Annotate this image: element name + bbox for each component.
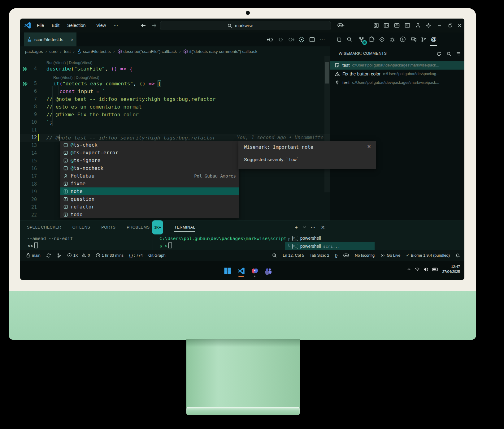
panel-left-icon[interactable]: [382, 21, 391, 30]
minimap[interactable]: [324, 56, 330, 192]
panel-close-icon[interactable]: ✕: [319, 224, 327, 231]
vscode-taskbar-icon[interactable]: [237, 266, 246, 276]
nav-back-icon[interactable]: [139, 21, 148, 30]
current-change-icon[interactable]: [277, 36, 285, 44]
suggest-item-ts-nocheck[interactable]: @ts-nocheck: [60, 164, 239, 172]
teams-icon[interactable]: [264, 266, 273, 276]
tab-scanfile-test[interactable]: scanFile.test.ts ×: [24, 32, 76, 46]
breadcrumb-test[interactable]: test: [64, 49, 71, 54]
suggest-item-question[interactable]: question: [60, 195, 239, 203]
braces-status[interactable]: {}: [335, 253, 338, 258]
breadcrumb-core[interactable]: core: [49, 49, 57, 54]
volume-icon[interactable]: [424, 267, 428, 272]
search-icon[interactable]: [445, 50, 453, 57]
tray-chevron-up-icon[interactable]: [407, 268, 411, 271]
comments-icon[interactable]: [409, 35, 418, 44]
comment-row-note-test[interactable]: test c:\Users\pol.gubau\dev\packages\mar…: [330, 61, 464, 70]
minimize-icon[interactable]: [434, 19, 445, 32]
taskbar-clock[interactable]: 12:47 27/04/2025: [442, 264, 460, 274]
menu-edit[interactable]: Edit: [49, 19, 63, 32]
source-control-pending-icon[interactable]: [357, 35, 366, 44]
prev-change-icon[interactable]: [266, 36, 274, 44]
tab-close-icon[interactable]: ×: [71, 37, 73, 42]
time-tracked-status[interactable]: 1 hr 33 mins: [96, 253, 124, 258]
search-icon[interactable]: [345, 35, 354, 44]
menu-selection[interactable]: Selection: [64, 19, 89, 32]
cursor-position-status[interactable]: Ln 12, Col 5: [283, 253, 304, 258]
restore-icon[interactable]: [445, 19, 455, 32]
editor-more-icon[interactable]: ⋯: [318, 36, 326, 44]
terminal-split-divider[interactable]: [153, 234, 153, 250]
gitlens-icon[interactable]: [57, 253, 62, 258]
symbols-count-status[interactable]: {.} : 774: [129, 253, 143, 258]
suggest-item-refactor[interactable]: refactor: [60, 203, 239, 211]
mention-icon[interactable]: @: [429, 35, 438, 44]
terminal[interactable]: --amend --no-edit >> C:\Users\pol.gubau\…: [20, 234, 464, 250]
suggest-item-note-selected[interactable]: note: [60, 187, 239, 195]
zoom-status-icon[interactable]: [272, 253, 277, 258]
comment-row-fixme[interactable]: Fix the button color c:\Users\pol.gubau\…: [330, 70, 464, 78]
copy-icon[interactable]: [334, 35, 344, 44]
split-editor-icon[interactable]: [308, 36, 316, 44]
extensions-icon[interactable]: [367, 35, 376, 44]
panel-right-icon[interactable]: [403, 21, 412, 30]
notifications-bell-icon[interactable]: [455, 253, 460, 258]
suggest-item-polgubau[interactable]: PolGubau Pol Gubau Amores: [60, 172, 239, 180]
tab-size-status[interactable]: Tab Size: 2: [310, 253, 329, 258]
code-editor[interactable]: 4 5 6 7 8 9 10 11 12 13 14 15 16 17 18 1…: [20, 56, 330, 221]
problems-status[interactable]: 1K 0: [67, 253, 90, 258]
battery-icon[interactable]: [432, 268, 438, 271]
list-view-icon[interactable]: [455, 50, 462, 57]
git-branch-icon[interactable]: [419, 35, 428, 44]
settings-gear-icon[interactable]: [424, 21, 433, 30]
lightning-icon[interactable]: [398, 35, 407, 44]
search-input[interactable]: [234, 23, 263, 28]
sync-icon[interactable]: [46, 253, 51, 258]
panel-bottom-icon[interactable]: [392, 21, 402, 30]
suggest-item-ts-expect-error[interactable]: @ts-expect-error: [60, 149, 239, 157]
run-tests-icon[interactable]: [298, 36, 306, 44]
taskbar-app-icon[interactable]: [250, 266, 259, 276]
panel-tab-gitlens[interactable]: GITLENS: [72, 221, 90, 234]
panel-tab-spell-checker[interactable]: SPELL CHECKER: [27, 221, 61, 234]
copilot-icon[interactable]: [334, 21, 348, 30]
tsconfig-status[interactable]: No tsconfig: [355, 253, 375, 258]
suggest-item-todo[interactable]: todo: [60, 211, 239, 218]
run-diamond-icon[interactable]: [377, 35, 386, 44]
hover-close-icon[interactable]: ✕: [366, 143, 372, 150]
next-change-icon[interactable]: [287, 36, 295, 44]
chevron-down-icon[interactable]: [301, 224, 308, 231]
suggest-item-fixme[interactable]: fixme: [60, 180, 239, 187]
breadcrumb-describe[interactable]: describe("scanFile") callback: [117, 49, 177, 54]
suggest-item-ts-ignore[interactable]: @ts-ignore: [60, 157, 239, 164]
terminal-tab-powershell-2[interactable]: └ >_ powershell scri...: [285, 242, 375, 250]
go-live-status[interactable]: Go Live: [380, 253, 400, 258]
suggest-item-ts-check[interactable]: @ts-check: [60, 141, 239, 149]
git-graph-status[interactable]: Git Graph: [148, 253, 165, 258]
panel-more-icon[interactable]: ⋯: [309, 224, 317, 231]
comment-row-idea-test[interactable]: test c:\Users\pol.gubau\dev\packages\mar…: [330, 78, 464, 87]
breadcrumb-file[interactable]: scanFile.test.ts: [77, 49, 111, 54]
command-search-box[interactable]: [160, 21, 331, 30]
close-icon[interactable]: [454, 19, 464, 32]
panel-tab-ports[interactable]: PORTS: [101, 221, 115, 234]
panel-tab-terminal[interactable]: TERMINAL: [174, 221, 195, 234]
breadcrumb-it[interactable]: it("detects easy comments") callback: [183, 49, 258, 54]
menu-view[interactable]: View: [93, 19, 109, 32]
wifi-icon[interactable]: [415, 267, 420, 271]
refresh-icon[interactable]: [435, 50, 443, 57]
new-terminal-icon[interactable]: ＋: [293, 224, 300, 231]
menu-file[interactable]: File: [34, 19, 47, 32]
nav-forward-icon[interactable]: [149, 21, 159, 30]
menu-more-icon[interactable]: ⋯: [111, 19, 121, 32]
panel-tab-problems[interactable]: PROBLEMS1K+: [127, 221, 163, 234]
debug-bug-icon[interactable]: [388, 35, 397, 44]
windows-start-icon[interactable]: [223, 266, 232, 276]
biome-status[interactable]: ✓Biome 1.9.4 (bundled): [406, 253, 450, 258]
terminal-tab-powershell-1[interactable]: ┌ >_ powershell: [285, 234, 375, 242]
account-icon[interactable]: [413, 21, 423, 30]
breadcrumb-packages[interactable]: packages: [25, 49, 43, 54]
layout-grid-icon[interactable]: [371, 21, 381, 30]
copilot-status-icon[interactable]: [343, 253, 349, 258]
branch-status[interactable]: main: [26, 253, 41, 258]
